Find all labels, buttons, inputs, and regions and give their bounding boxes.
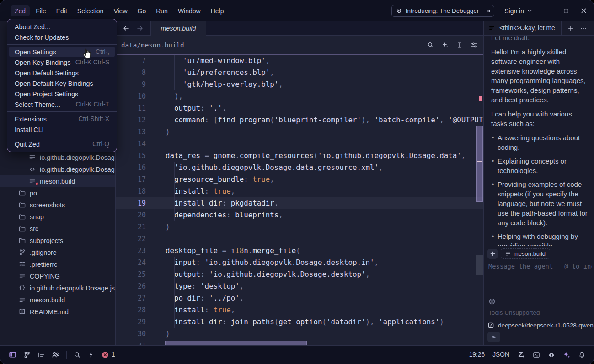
menu-item-quit-zed[interactable]: Quit ZedCtrl-Q — [9, 139, 115, 149]
file-tree-item-readme-md[interactable]: README.md — [0, 306, 115, 318]
list-icon[interactable] — [488, 25, 495, 32]
tab-meson-build[interactable]: meson.build — [150, 21, 206, 36]
breadcrumb[interactable]: data/meson.build — [121, 42, 184, 49]
language-selector[interactable]: JSON — [492, 351, 509, 358]
code-line-25[interactable]: 25 output: 'io.github.diegopvlk.Dosage.d… — [116, 269, 483, 280]
assistant-sparkle-icon[interactable] — [563, 351, 571, 359]
code-line-9[interactable]: 9 'gtk/help-overlay.blp', — [116, 79, 483, 90]
context-chip[interactable]: meson.build — [501, 248, 550, 259]
sliders-icon[interactable] — [471, 42, 478, 49]
vertical-scrollbar-track[interactable] — [476, 89, 483, 345]
menu-item-select-theme[interactable]: Select Theme...Ctrl-K Ctrl-T — [9, 99, 115, 110]
minimize-icon[interactable] — [545, 7, 552, 14]
file-tree-item-io-github-diegopvlk-dosage[interactable]: io.github.diegopvlk.Dosage — [0, 164, 115, 175]
terminal-icon[interactable] — [533, 351, 540, 359]
search-icon[interactable] — [427, 42, 434, 49]
menu-help[interactable]: Help — [207, 5, 228, 16]
menu-edit[interactable]: Edit — [52, 5, 71, 16]
code-line-13[interactable]: 13) — [116, 126, 483, 138]
code-line-11[interactable]: 11 output: '.', — [116, 102, 483, 114]
ibeam-icon[interactable] — [456, 42, 463, 49]
file-tree-item-meson-build[interactable]: meson.build — [0, 294, 115, 306]
file-tree-item-io-github-diegopvlk-dosage[interactable]: io.github.diegopvlk.Dosage — [0, 152, 115, 164]
file-tree-item-screenshots[interactable]: screenshots — [0, 199, 115, 211]
code-line-29[interactable]: 29 install_dir: join_paths(get_option('d… — [116, 316, 483, 328]
zap-icon[interactable] — [88, 351, 95, 358]
sparkle-icon[interactable] — [442, 42, 449, 49]
file-tree-item-snap[interactable]: snap — [0, 211, 115, 223]
code-line-30[interactable]: 30) — [116, 328, 483, 340]
code-line-8[interactable]: 8 'ui/preferences.blp', — [116, 67, 483, 79]
menu-go[interactable]: Go — [134, 5, 150, 16]
menu-item-extensions[interactable]: ExtensionsCtrl-Shift-X — [9, 114, 115, 124]
banner-close-icon[interactable] — [483, 5, 494, 16]
search-icon[interactable] — [74, 351, 81, 359]
new-thread-icon[interactable] — [565, 23, 576, 34]
code-line-23[interactable]: 23desktop_file = i18n.merge_file( — [116, 245, 483, 257]
horizontal-scrollbar[interactable] — [165, 341, 307, 345]
file-tree-item-gitignore[interactable]: .gitignore — [0, 247, 115, 258]
code-line-12[interactable]: 12 command: [find_program('blueprint-com… — [116, 114, 483, 126]
file-tree-item-meson-build[interactable]: ×meson.build — [0, 175, 115, 187]
back-arrow-icon[interactable] — [121, 23, 131, 33]
menu-item-open-key-bindings[interactable]: Open Key BindingsCtrl-K Ctrl-S — [9, 57, 115, 68]
menu-file[interactable]: File — [32, 5, 50, 16]
code-line-10[interactable]: 10 ), — [116, 90, 483, 102]
git-branch-icon[interactable] — [23, 351, 31, 359]
sign-in-button[interactable]: Sign in — [504, 7, 532, 15]
file-tree-item-io-github-diegopvlk-dosage-jso[interactable]: io.github.diegopvlk.Dosage.jso — [0, 282, 115, 294]
tools-icon[interactable] — [488, 298, 496, 305]
code-line-16[interactable]: 16 'io.github.diegopvlk.Dosage.data.gres… — [116, 162, 483, 174]
copilot-icon[interactable] — [517, 351, 525, 359]
outline-icon[interactable] — [37, 351, 45, 359]
code-line-14[interactable]: 14 — [116, 138, 483, 150]
cursor-position[interactable]: 19:26 — [469, 351, 485, 358]
code-line-19[interactable]: 19 install_dir: pkgdatadir, — [116, 197, 483, 209]
menu-item-install-cli[interactable]: Install CLI — [9, 124, 115, 135]
diagnostics-indicator[interactable]: 1 — [102, 351, 115, 359]
code-line-20[interactable]: 20 dependencies: blueprints, — [116, 209, 483, 221]
menu-view[interactable]: View — [109, 5, 131, 16]
code-line-26[interactable]: 26 type: 'desktop', — [116, 280, 483, 292]
panel-toggle-icon[interactable] — [9, 351, 16, 359]
collab-icon[interactable] — [52, 351, 59, 359]
file-tree-item-src[interactable]: src — [0, 223, 115, 235]
code-line-7[interactable]: 7 'ui/med-window.blp', — [116, 55, 483, 67]
close-window-icon[interactable] — [580, 7, 587, 14]
menu-zed[interactable]: Zed — [11, 5, 30, 16]
bell-icon[interactable] — [578, 351, 585, 358]
code-line-21[interactable]: 21) — [116, 221, 483, 233]
menu-run[interactable]: Run — [152, 5, 172, 16]
add-context-button[interactable] — [487, 249, 498, 259]
code-line-28[interactable]: 28 install: true, — [116, 304, 483, 316]
maximize-icon[interactable] — [563, 8, 569, 14]
file-tree-item-po[interactable]: po — [0, 187, 115, 199]
menu-item-open-project-settings[interactable]: Open Project Settings — [9, 89, 115, 99]
code-line-17[interactable]: 17 gresource_bundle: true, — [116, 174, 483, 185]
file-tree-item-subprojects[interactable]: subprojects — [0, 235, 115, 247]
model-selector[interactable]: deepseek/deepseek-r1-0528-qwen3- — [487, 322, 594, 329]
forward-arrow-icon[interactable] — [135, 23, 145, 33]
menu-selection[interactable]: Selection — [73, 5, 108, 16]
code-line-15[interactable]: 15data_res = gnome.compile_resources('io… — [116, 150, 483, 162]
menu-item-about-zed[interactable]: About Zed... — [9, 21, 115, 32]
send-button[interactable] — [487, 332, 500, 342]
menu-item-check-for-updates[interactable]: Check for Updates — [9, 32, 115, 42]
ellipsis-icon[interactable] — [578, 23, 589, 34]
menu-item-open-settings[interactable]: Open SettingsCtrl-, — [9, 47, 115, 57]
agent-messages[interactable]: Let me draft. Hello! I’m a highly skille… — [484, 36, 594, 246]
code-line-22[interactable]: 22 — [116, 233, 483, 245]
menu-item-open-default-key-bindings[interactable]: Open Default Key Bindings — [9, 78, 115, 89]
code-buffer[interactable]: 7 'ui/med-window.blp',8 'ui/preferences.… — [116, 55, 483, 345]
code-line-27[interactable]: 27 po_dir: '../po', — [116, 292, 483, 304]
debugger-banner[interactable]: Introducing: The Debugger — [391, 5, 494, 17]
debugger-icon[interactable] — [548, 351, 555, 359]
vertical-scrollbar-thumb[interactable] — [476, 126, 483, 202]
menu-window[interactable]: Window — [174, 5, 205, 16]
message-input[interactable]: Message the agent – @ to inclu — [488, 263, 592, 270]
code-line-24[interactable]: 24 input: 'io.github.diegopvlk.Dosage.de… — [116, 257, 483, 269]
file-tree-item-copying[interactable]: COPYING — [0, 270, 115, 282]
code-line-18[interactable]: 18 install: true, — [116, 185, 483, 197]
file-tree-item-prettierrc[interactable]: .prettierrc — [0, 258, 115, 270]
menu-item-open-default-settings[interactable]: Open Default Settings — [9, 68, 115, 78]
